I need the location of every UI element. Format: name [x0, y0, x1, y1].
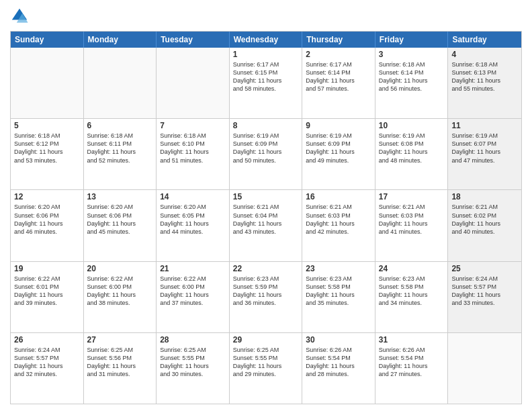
- cell-info: Sunrise: 6:25 AM Sunset: 5:55 PM Dayligh…: [160, 346, 226, 379]
- cell-info: Sunrise: 6:23 AM Sunset: 5:58 PM Dayligh…: [379, 275, 445, 308]
- calendar-cell-14: 14Sunrise: 6:20 AM Sunset: 6:05 PM Dayli…: [157, 190, 230, 261]
- cell-info: Sunrise: 6:20 AM Sunset: 6:06 PM Dayligh…: [14, 203, 80, 236]
- header-day-wednesday: Wednesday: [230, 32, 303, 48]
- day-number: 17: [379, 192, 445, 201]
- cell-info: Sunrise: 6:20 AM Sunset: 6:05 PM Dayligh…: [160, 203, 226, 236]
- calendar-cell-empty: [157, 48, 230, 118]
- cell-info: Sunrise: 6:21 AM Sunset: 6:03 PM Dayligh…: [379, 203, 445, 236]
- day-number: 26: [14, 335, 80, 345]
- logo: [10, 7, 32, 26]
- day-number: 31: [379, 335, 445, 345]
- calendar-body: 1Sunrise: 6:17 AM Sunset: 6:15 PM Daylig…: [11, 48, 521, 404]
- cell-info: Sunrise: 6:26 AM Sunset: 5:54 PM Dayligh…: [379, 346, 445, 379]
- calendar-cell-4: 4Sunrise: 6:18 AM Sunset: 6:13 PM Daylig…: [448, 48, 521, 118]
- day-number: 19: [14, 264, 80, 273]
- header-day-tuesday: Tuesday: [157, 32, 230, 48]
- cell-info: Sunrise: 6:19 AM Sunset: 6:08 PM Dayligh…: [379, 132, 445, 165]
- cell-info: Sunrise: 6:26 AM Sunset: 5:54 PM Dayligh…: [306, 346, 371, 379]
- calendar-cell-2: 2Sunrise: 6:17 AM Sunset: 6:14 PM Daylig…: [302, 48, 375, 118]
- cell-info: Sunrise: 6:17 AM Sunset: 6:15 PM Dayligh…: [233, 60, 299, 93]
- cell-info: Sunrise: 6:23 AM Sunset: 5:59 PM Dayligh…: [233, 275, 299, 308]
- calendar-cell-16: 16Sunrise: 6:21 AM Sunset: 6:03 PM Dayli…: [302, 190, 375, 261]
- calendar: SundayMondayTuesdayWednesdayThursdayFrid…: [10, 31, 522, 404]
- day-number: 10: [379, 121, 445, 130]
- calendar-cell-10: 10Sunrise: 6:19 AM Sunset: 6:08 PM Dayli…: [375, 119, 449, 189]
- day-number: 12: [14, 192, 80, 201]
- cell-info: Sunrise: 6:18 AM Sunset: 6:12 PM Dayligh…: [14, 132, 80, 165]
- day-number: 25: [451, 264, 518, 273]
- calendar-cell-29: 29Sunrise: 6:25 AM Sunset: 5:55 PM Dayli…: [230, 333, 303, 404]
- day-number: 4: [451, 50, 518, 59]
- calendar-cell-empty: [11, 48, 84, 118]
- cell-info: Sunrise: 6:18 AM Sunset: 6:14 PM Dayligh…: [379, 60, 445, 93]
- day-number: 29: [233, 335, 299, 345]
- calendar-cell-27: 27Sunrise: 6:25 AM Sunset: 5:56 PM Dayli…: [84, 333, 157, 404]
- cell-info: Sunrise: 6:25 AM Sunset: 5:56 PM Dayligh…: [87, 346, 153, 379]
- day-number: 23: [306, 264, 371, 273]
- calendar-cell-empty: [448, 333, 521, 404]
- calendar-cell-28: 28Sunrise: 6:25 AM Sunset: 5:55 PM Dayli…: [157, 333, 230, 404]
- calendar-row-3: 19Sunrise: 6:22 AM Sunset: 6:01 PM Dayli…: [11, 262, 521, 333]
- calendar-cell-22: 22Sunrise: 6:23 AM Sunset: 5:59 PM Dayli…: [230, 262, 303, 332]
- calendar-cell-30: 30Sunrise: 6:26 AM Sunset: 5:54 PM Dayli…: [302, 333, 375, 404]
- calendar-cell-6: 6Sunrise: 6:18 AM Sunset: 6:11 PM Daylig…: [84, 119, 157, 189]
- cell-info: Sunrise: 6:19 AM Sunset: 6:09 PM Dayligh…: [233, 132, 299, 165]
- day-number: 30: [306, 335, 371, 345]
- day-number: 6: [87, 121, 153, 130]
- calendar-cell-12: 12Sunrise: 6:20 AM Sunset: 6:06 PM Dayli…: [11, 190, 84, 261]
- cell-info: Sunrise: 6:21 AM Sunset: 6:02 PM Dayligh…: [451, 203, 518, 236]
- page: SundayMondayTuesdayWednesdayThursdayFrid…: [0, 0, 532, 411]
- calendar-header: SundayMondayTuesdayWednesdayThursdayFrid…: [11, 32, 521, 48]
- day-number: 9: [306, 121, 371, 130]
- header-day-sunday: Sunday: [11, 32, 84, 48]
- calendar-cell-15: 15Sunrise: 6:21 AM Sunset: 6:04 PM Dayli…: [230, 190, 303, 261]
- header-day-friday: Friday: [375, 32, 449, 48]
- day-number: 2: [306, 50, 371, 59]
- cell-info: Sunrise: 6:22 AM Sunset: 6:01 PM Dayligh…: [14, 275, 80, 308]
- day-number: 11: [451, 121, 518, 130]
- header-day-saturday: Saturday: [448, 32, 521, 48]
- calendar-cell-21: 21Sunrise: 6:22 AM Sunset: 6:00 PM Dayli…: [157, 262, 230, 332]
- day-number: 7: [160, 121, 226, 130]
- calendar-cell-25: 25Sunrise: 6:24 AM Sunset: 5:57 PM Dayli…: [448, 262, 521, 332]
- day-number: 22: [233, 264, 299, 273]
- day-number: 21: [160, 264, 226, 273]
- day-number: 16: [306, 192, 371, 201]
- day-number: 1: [233, 50, 299, 59]
- cell-info: Sunrise: 6:23 AM Sunset: 5:58 PM Dayligh…: [306, 275, 371, 308]
- day-number: 24: [379, 264, 445, 273]
- calendar-cell-31: 31Sunrise: 6:26 AM Sunset: 5:54 PM Dayli…: [375, 333, 449, 404]
- day-number: 13: [87, 192, 153, 201]
- calendar-cell-8: 8Sunrise: 6:19 AM Sunset: 6:09 PM Daylig…: [230, 119, 303, 189]
- calendar-row-4: 26Sunrise: 6:24 AM Sunset: 5:57 PM Dayli…: [11, 333, 521, 404]
- day-number: 18: [451, 192, 518, 201]
- header-day-monday: Monday: [84, 32, 157, 48]
- cell-info: Sunrise: 6:22 AM Sunset: 6:00 PM Dayligh…: [87, 275, 153, 308]
- day-number: 8: [233, 121, 299, 130]
- header: [10, 7, 522, 26]
- logo-icon: [10, 7, 29, 26]
- cell-info: Sunrise: 6:17 AM Sunset: 6:14 PM Dayligh…: [306, 60, 371, 93]
- day-number: 20: [87, 264, 153, 273]
- cell-info: Sunrise: 6:24 AM Sunset: 5:57 PM Dayligh…: [14, 346, 80, 379]
- cell-info: Sunrise: 6:18 AM Sunset: 6:10 PM Dayligh…: [160, 132, 226, 165]
- cell-info: Sunrise: 6:24 AM Sunset: 5:57 PM Dayligh…: [451, 275, 518, 308]
- calendar-cell-20: 20Sunrise: 6:22 AM Sunset: 6:00 PM Dayli…: [84, 262, 157, 332]
- calendar-cell-1: 1Sunrise: 6:17 AM Sunset: 6:15 PM Daylig…: [230, 48, 303, 118]
- cell-info: Sunrise: 6:19 AM Sunset: 6:09 PM Dayligh…: [306, 132, 371, 165]
- calendar-cell-11: 11Sunrise: 6:19 AM Sunset: 6:07 PM Dayli…: [448, 119, 521, 189]
- day-number: 3: [379, 50, 445, 59]
- calendar-cell-9: 9Sunrise: 6:19 AM Sunset: 6:09 PM Daylig…: [302, 119, 375, 189]
- day-number: 27: [87, 335, 153, 345]
- cell-info: Sunrise: 6:21 AM Sunset: 6:03 PM Dayligh…: [306, 203, 371, 236]
- header-day-thursday: Thursday: [302, 32, 375, 48]
- day-number: 28: [160, 335, 226, 345]
- calendar-cell-18: 18Sunrise: 6:21 AM Sunset: 6:02 PM Dayli…: [448, 190, 521, 261]
- calendar-cell-19: 19Sunrise: 6:22 AM Sunset: 6:01 PM Dayli…: [11, 262, 84, 332]
- cell-info: Sunrise: 6:20 AM Sunset: 6:06 PM Dayligh…: [87, 203, 153, 236]
- calendar-cell-26: 26Sunrise: 6:24 AM Sunset: 5:57 PM Dayli…: [11, 333, 84, 404]
- calendar-row-0: 1Sunrise: 6:17 AM Sunset: 6:15 PM Daylig…: [11, 48, 521, 119]
- cell-info: Sunrise: 6:18 AM Sunset: 6:13 PM Dayligh…: [451, 60, 518, 93]
- calendar-cell-empty: [84, 48, 157, 118]
- cell-info: Sunrise: 6:22 AM Sunset: 6:00 PM Dayligh…: [160, 275, 226, 308]
